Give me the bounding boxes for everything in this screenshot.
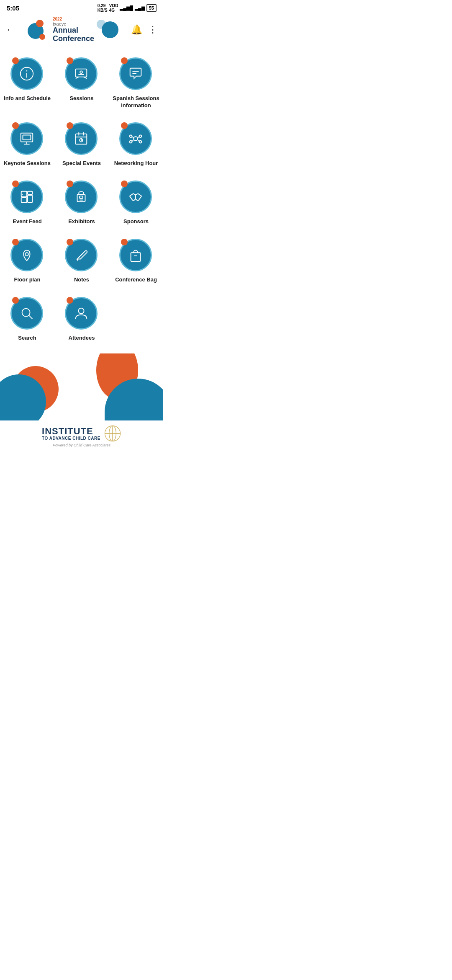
powered-by: Powered by Child Care Associates <box>53 443 110 447</box>
institute-logo-container: INSTITUTE TO ADVANCE CHILD CARE <box>42 425 121 442</box>
grid-item-info-schedule[interactable]: Info and Schedule <box>0 52 54 117</box>
svg-point-21 <box>134 137 138 141</box>
logo-circle-orange-bottom <box>39 34 45 40</box>
network-speed: 0.29KB/S <box>98 3 108 13</box>
grid-item-floor-plan[interactable]: Floor plan <box>0 233 54 291</box>
grid-item-keynote-sessions[interactable]: Keynote Sessions <box>0 116 54 175</box>
status-bar: 5:05 0.29KB/S VOD4G ▂▄▆█ ▂▄▆ 55 <box>0 0 163 14</box>
icon-wrapper-floor-plan <box>10 239 44 272</box>
icon-wrapper-exhibitors <box>65 181 98 214</box>
svg-line-26 <box>132 137 134 138</box>
svg-line-27 <box>138 137 139 138</box>
grid-item-sessions[interactable]: Sessions <box>54 52 109 117</box>
grid-label-exhibitors: Exhibitors <box>68 218 95 225</box>
grid-item-notes[interactable]: Notes <box>54 233 109 291</box>
svg-point-43 <box>22 309 30 317</box>
icon-wrapper-keynote-sessions <box>10 122 44 156</box>
icon-wrapper-search <box>10 297 44 330</box>
logo-title: AnnualConference <box>53 26 94 43</box>
globe-icon <box>104 425 121 442</box>
svg-rect-35 <box>80 196 83 199</box>
svg-rect-30 <box>21 191 27 197</box>
svg-point-45 <box>78 308 84 314</box>
institute-text: INSTITUTE TO ADVANCE CHILD CARE <box>42 427 100 441</box>
svg-point-38 <box>25 253 28 256</box>
icon-wrapper-networking-hour <box>119 122 153 156</box>
header: ← 2022 txaeyc AnnualConference 🔔 ⋮ <box>0 14 163 47</box>
network-type: VOD4G <box>109 3 118 13</box>
logo-circle-orange-top <box>36 20 44 27</box>
svg-rect-13 <box>23 135 31 140</box>
notification-dot-info-schedule <box>12 57 19 64</box>
footer-decoration <box>0 353 163 420</box>
grid-label-conference-bag: Conference Bag <box>115 276 157 284</box>
svg-rect-41 <box>131 253 141 262</box>
header-right-circle-big <box>102 21 118 38</box>
notification-dot-sessions <box>67 57 73 64</box>
institute-sub: TO ADVANCE CHILD CARE <box>42 436 100 441</box>
svg-point-23 <box>139 135 142 138</box>
grid-label-info-schedule: Info and Schedule <box>4 95 51 102</box>
icon-wrapper-sponsors <box>119 181 153 214</box>
grid-item-exhibitors[interactable]: Exhibitors <box>54 175 109 233</box>
grid-item-networking-hour[interactable]: Networking Hour <box>109 116 163 175</box>
grid-label-keynote-sessions: Keynote Sessions <box>4 160 51 167</box>
svg-rect-33 <box>28 196 32 203</box>
grid-item-event-feed[interactable]: Event Feed <box>0 175 54 233</box>
back-button[interactable]: ← <box>6 24 15 35</box>
icon-wrapper-conference-bag <box>119 239 153 272</box>
grid-label-spanish-sessions: Spanish Sessions Information <box>112 95 160 109</box>
icon-wrapper-info-schedule <box>10 57 44 91</box>
grid-label-sessions: Sessions <box>69 95 93 102</box>
grid-label-floor-plan: Floor plan <box>14 276 41 284</box>
grid-item-special-events[interactable]: Special Events <box>54 116 109 175</box>
menu-grid: Info and Schedule Sessions Spanish Sessi… <box>0 47 163 349</box>
wifi-icon: ▂▄▆ <box>135 5 145 11</box>
grid-label-search: Search <box>18 335 36 342</box>
svg-point-22 <box>130 135 132 138</box>
logo-year: 2022 <box>53 17 94 21</box>
status-time: 5:05 <box>7 5 19 12</box>
icon-wrapper-special-events <box>65 122 98 156</box>
grid-label-notes: Notes <box>74 276 89 284</box>
grid-item-conference-bag[interactable]: Conference Bag <box>109 233 163 291</box>
svg-line-44 <box>29 316 33 319</box>
logo-decoration-right <box>97 20 118 40</box>
svg-line-28 <box>132 140 134 142</box>
logo-decoration-left <box>28 20 50 40</box>
grid-item-sponsors[interactable]: Sponsors <box>109 175 163 233</box>
grid-label-event-feed: Event Feed <box>13 218 41 225</box>
institute-name: INSTITUTE <box>42 427 100 436</box>
grid-item-spanish-sessions[interactable]: Spanish Sessions Information <box>109 52 163 117</box>
svg-point-25 <box>139 141 142 143</box>
svg-rect-32 <box>28 191 32 195</box>
svg-point-24 <box>130 141 132 143</box>
menu-button[interactable]: ⋮ <box>148 24 157 35</box>
icon-wrapper-spanish-sessions <box>119 57 153 91</box>
grid-label-sponsors: Sponsors <box>123 218 149 225</box>
header-logo: 2022 txaeyc AnnualConference <box>15 17 131 43</box>
grid-item-attendees[interactable]: Attendees <box>54 291 109 349</box>
notification-button[interactable]: 🔔 <box>131 24 142 35</box>
icon-wrapper-sessions <box>65 57 98 91</box>
icon-wrapper-attendees <box>65 297 98 330</box>
svg-rect-31 <box>21 198 27 202</box>
icon-wrapper-notes <box>65 239 98 272</box>
bottom-logo: INSTITUTE TO ADVANCE CHILD CARE Powered … <box>0 420 163 454</box>
logo-text: 2022 txaeyc AnnualConference <box>53 17 94 43</box>
svg-point-2 <box>26 70 28 72</box>
header-actions: 🔔 ⋮ <box>131 24 157 35</box>
svg-point-6 <box>80 71 82 73</box>
battery-icon: 55 <box>146 4 157 12</box>
grid-label-networking-hour: Networking Hour <box>114 160 158 167</box>
signal-bars: ▂▄▆█ <box>120 5 133 11</box>
grid-label-attendees: Attendees <box>69 335 95 342</box>
grid-item-search[interactable]: Search <box>0 291 54 349</box>
svg-rect-34 <box>77 195 85 202</box>
icon-wrapper-event-feed <box>10 181 44 214</box>
status-icons: 0.29KB/S VOD4G ▂▄▆█ ▂▄▆ 55 <box>98 3 157 13</box>
notification-dot-spanish-sessions <box>121 57 128 64</box>
grid-label-special-events: Special Events <box>62 160 101 167</box>
svg-line-29 <box>138 140 139 142</box>
